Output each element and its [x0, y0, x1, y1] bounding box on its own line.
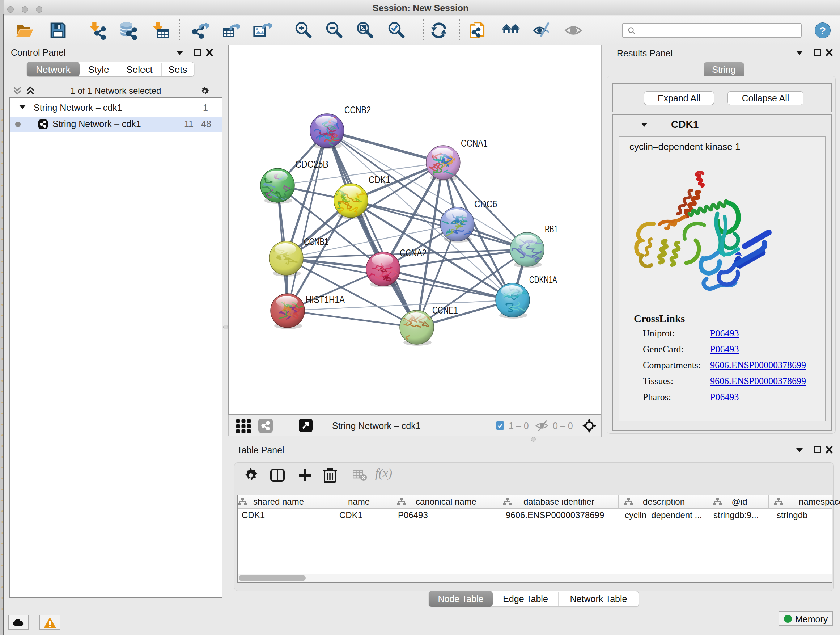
svg-text:CDC6: CDC6: [474, 199, 497, 210]
svg-text:CDC25B: CDC25B: [295, 159, 328, 170]
svg-text:CCNB1: CCNB1: [304, 236, 328, 247]
svg-text:CCNE1: CCNE1: [432, 305, 458, 316]
svg-text:CDK1: CDK1: [369, 174, 390, 185]
svg-text:CCNA2: CCNA2: [400, 248, 426, 258]
svg-text:CCNB2: CCNB2: [344, 105, 371, 116]
svg-text:HIST1H1A: HIST1H1A: [306, 295, 345, 305]
svg-text:CDKN1A: CDKN1A: [529, 274, 557, 285]
svg-text:CCNA1: CCNA1: [461, 138, 488, 149]
svg-text:RB1: RB1: [545, 224, 558, 234]
